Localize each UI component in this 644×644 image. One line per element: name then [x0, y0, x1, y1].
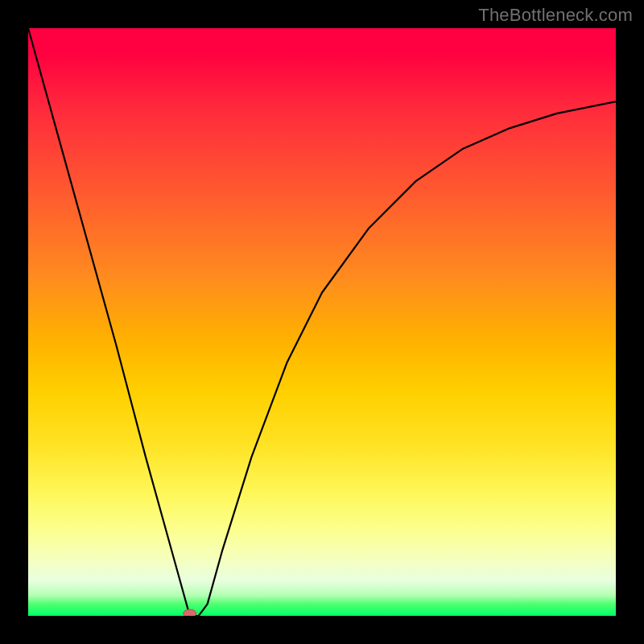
bottleneck-curve	[28, 28, 616, 616]
minimum-marker	[184, 609, 196, 616]
watermark-label: TheBottleneck.com	[478, 5, 633, 26]
chart-frame: TheBottleneck.com	[0, 0, 644, 644]
plot-area	[28, 28, 616, 616]
curve-path	[28, 28, 616, 616]
